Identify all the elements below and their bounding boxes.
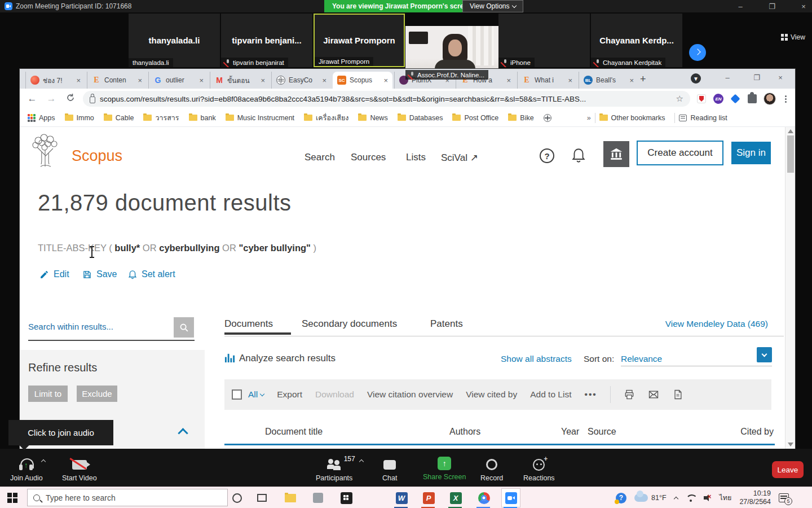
tab-close-icon[interactable]: × bbox=[199, 76, 204, 85]
exclude-button[interactable]: Exclude bbox=[77, 386, 117, 402]
create-account-button[interactable]: Create account bbox=[637, 141, 723, 165]
add-to-list-button[interactable]: Add to List bbox=[530, 389, 571, 400]
browser-tab-active-scopus[interactable]: SCScopus× bbox=[333, 72, 392, 89]
select-all-checkbox[interactable] bbox=[232, 389, 242, 400]
volume-muted-icon[interactable] bbox=[704, 494, 712, 501]
gallery-view-button[interactable]: View bbox=[781, 32, 805, 43]
browser-tab[interactable]: EConten× bbox=[87, 72, 147, 89]
participants-options-chevron[interactable] bbox=[359, 459, 363, 464]
sort-value[interactable]: Relevance bbox=[621, 354, 662, 364]
nav-sources[interactable]: Sources bbox=[351, 152, 386, 163]
tab-documents[interactable]: Documents bbox=[224, 318, 273, 330]
tab-close-icon[interactable]: × bbox=[261, 76, 265, 85]
tab-close-icon[interactable]: × bbox=[629, 76, 634, 85]
extension-icon[interactable] bbox=[730, 93, 741, 104]
view-options-button[interactable]: View Options bbox=[462, 0, 523, 12]
participant-tile[interactable]: iPhone bbox=[498, 14, 590, 67]
more-actions-button[interactable]: ••• bbox=[584, 389, 597, 400]
browser-tab[interactable]: Mขั้นตอน× bbox=[210, 72, 270, 89]
scroll-down-arrow[interactable] bbox=[788, 443, 793, 446]
bookmark-folder[interactable]: Bike bbox=[508, 114, 533, 122]
tab-secondary-documents[interactable]: Secondary documents bbox=[302, 318, 397, 330]
participant-tile[interactable]: thanyalada.li thanyalada.li bbox=[129, 14, 220, 67]
bookmark-folder[interactable]: News bbox=[358, 114, 387, 122]
analyze-search-results-link[interactable]: Analyze search results bbox=[239, 353, 336, 364]
search-within-results-button[interactable] bbox=[174, 317, 194, 338]
cortana-button[interactable] bbox=[230, 491, 244, 505]
sign-in-button[interactable]: Sign in bbox=[731, 142, 771, 164]
export-button[interactable]: Export bbox=[277, 389, 302, 400]
participant-tile[interactable]: Chayanan Kerdp... Chayanan Kerdpitak bbox=[591, 14, 682, 67]
clock[interactable]: 10:1927/8/2564 bbox=[739, 489, 771, 506]
next-participants-button[interactable] bbox=[689, 44, 706, 61]
tab-patents[interactable]: Patents bbox=[430, 318, 463, 330]
institution-access-button[interactable] bbox=[603, 141, 629, 167]
participants-button[interactable]: 157 Participants bbox=[316, 457, 352, 482]
participant-tile[interactable]: tipvarin benjani... tipvarin benjanirat bbox=[221, 14, 312, 67]
reactions-button[interactable]: Reactions bbox=[523, 457, 555, 482]
save-query-button[interactable]: Save bbox=[82, 269, 117, 279]
nav-lists[interactable]: Lists bbox=[406, 152, 426, 163]
email-icon[interactable] bbox=[648, 389, 659, 400]
bookmark-folder[interactable]: Cable bbox=[104, 114, 134, 122]
tab-close-icon[interactable]: × bbox=[383, 76, 388, 85]
browser-close-button[interactable]: × bbox=[772, 73, 789, 82]
leave-button[interactable]: Leave bbox=[772, 461, 804, 478]
notification-bell-icon[interactable] bbox=[571, 147, 586, 163]
browser-tab[interactable]: EasyCo× bbox=[271, 72, 331, 89]
powerpoint-icon[interactable]: P bbox=[422, 491, 435, 505]
column-header-year[interactable]: Year bbox=[561, 427, 579, 437]
back-button[interactable]: ← bbox=[25, 93, 39, 104]
print-icon[interactable] bbox=[624, 389, 635, 400]
profile-avatar[interactable] bbox=[764, 93, 776, 105]
save-to-pdf-icon[interactable] bbox=[672, 389, 683, 400]
bookmark-folder[interactable]: วารสาร bbox=[143, 112, 179, 124]
share-screen-button[interactable]: ↑ Share Screen bbox=[423, 456, 466, 481]
nav-search[interactable]: Search bbox=[304, 152, 335, 163]
bookmark-folder[interactable]: Music Instrucment bbox=[226, 114, 294, 122]
excel-icon[interactable]: X bbox=[449, 491, 462, 505]
tab-close-icon[interactable]: × bbox=[506, 76, 511, 85]
zoom-close-button[interactable]: × bbox=[795, 2, 812, 11]
help-button[interactable]: ? bbox=[540, 148, 554, 163]
browser-maximize-button[interactable]: ❐ bbox=[748, 73, 765, 82]
scroll-up-arrow[interactable] bbox=[788, 129, 793, 133]
collapse-chevron-icon[interactable] bbox=[178, 428, 188, 438]
adblock-extension-icon[interactable] bbox=[696, 93, 707, 104]
wifi-icon[interactable] bbox=[686, 494, 696, 502]
task-view-button[interactable] bbox=[255, 491, 268, 505]
page-scrollbar[interactable] bbox=[785, 127, 795, 449]
other-bookmarks-button[interactable]: Other bookmarks bbox=[599, 114, 665, 122]
reload-button[interactable] bbox=[64, 93, 77, 105]
view-citation-overview-button[interactable]: View citation overview bbox=[367, 389, 453, 400]
bookmark-folder[interactable]: Databases bbox=[398, 114, 443, 122]
column-header-cited-by[interactable]: Cited by bbox=[740, 427, 774, 437]
column-header-source[interactable]: Source bbox=[588, 427, 616, 437]
bookmark-globe-icon[interactable] bbox=[544, 114, 551, 122]
participant-video-tile[interactable]: Assoc.Prof.Dr. Naline... bbox=[405, 26, 498, 80]
file-explorer-icon[interactable] bbox=[284, 491, 297, 505]
extensions-puzzle-icon[interactable] bbox=[747, 93, 758, 104]
limit-to-button[interactable]: Limit to bbox=[28, 386, 68, 402]
zoom-minimize-button[interactable]: – bbox=[732, 2, 749, 11]
bookmark-folder[interactable]: Post Office bbox=[452, 114, 498, 122]
help-tray-icon[interactable]: ? bbox=[616, 493, 626, 503]
paint-icon[interactable] bbox=[367, 491, 381, 505]
show-all-abstracts-link[interactable]: Show all abstracts bbox=[501, 354, 572, 364]
microsoft-store-icon[interactable] bbox=[339, 491, 353, 505]
tray-expand-chevron[interactable] bbox=[673, 496, 678, 501]
audio-options-chevron[interactable] bbox=[41, 459, 46, 464]
bookmark-folder[interactable]: เครื่องเสียง bbox=[304, 112, 348, 124]
weather-widget[interactable]: 81°F bbox=[634, 494, 667, 502]
chat-button[interactable]: Chat bbox=[382, 457, 397, 482]
tab-close-icon[interactable]: × bbox=[568, 76, 572, 85]
address-bar[interactable]: scopus.com/results/results.uri?sid=eb8f0… bbox=[83, 91, 690, 107]
browser-tab[interactable]: ช่อง 7!× bbox=[25, 72, 85, 89]
column-header-authors[interactable]: Authors bbox=[449, 427, 480, 437]
set-alert-button[interactable]: Set alert bbox=[128, 269, 175, 279]
tab-close-icon[interactable]: × bbox=[322, 76, 326, 85]
browser-minimize-button[interactable]: – bbox=[719, 73, 736, 82]
bookmark-folder[interactable]: bank bbox=[189, 114, 216, 122]
nav-scival[interactable]: SciVal ↗ bbox=[441, 152, 478, 164]
start-video-button[interactable]: Start Video bbox=[62, 457, 97, 482]
